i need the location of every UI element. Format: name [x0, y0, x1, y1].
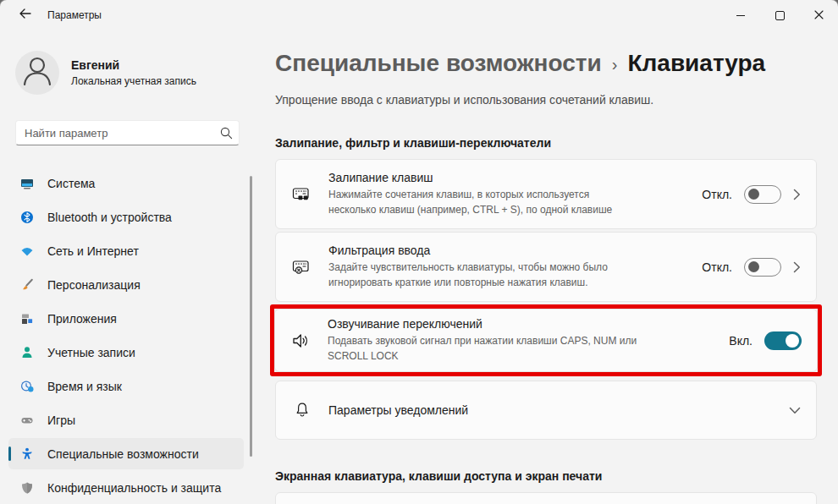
avatar	[15, 51, 59, 95]
toggle-knob	[748, 261, 759, 272]
card-description: Подавать звуковой сигнал при нажатии кла…	[328, 333, 717, 364]
card-toggle-keys-sound[interactable]: Озвучивание переключений Подавать звуков…	[274, 309, 818, 372]
titlebar: Параметры	[0, 0, 838, 30]
sidebar-item-label: Bluetooth и устройства	[47, 211, 172, 224]
accounts-icon	[20, 346, 34, 359]
sidebar-item-label: Конфиденциальность и защита	[47, 481, 221, 495]
sidebar-item-label: Система	[47, 177, 95, 190]
close-icon	[814, 8, 824, 23]
bluetooth-icon	[20, 211, 34, 224]
card-description: Задайте чувствительность клавиатуры, что…	[328, 260, 702, 290]
toggle-knob	[786, 334, 799, 348]
user-profile[interactable]: Евгений Локальная учетная запись	[15, 51, 196, 95]
minimize-button[interactable]	[721, 0, 760, 30]
network-icon	[20, 244, 34, 258]
chevron-right-icon	[793, 261, 801, 273]
card-notification-preferences[interactable]: Параметры уведомлений	[275, 381, 817, 440]
search-input[interactable]	[15, 120, 240, 145]
sidebar-item-bluetooth[interactable]: Bluetooth и устройства	[8, 201, 244, 233]
card-filter-keys[interactable]: Фильтрация ввода Задайте чувствительност…	[275, 232, 817, 302]
chevron-down-icon	[789, 407, 801, 414]
toggle-keys-sound-toggle[interactable]	[764, 331, 802, 350]
window-title: Параметры	[47, 9, 102, 21]
filter-keys-toggle[interactable]	[744, 258, 781, 277]
person-outline-icon	[15, 51, 59, 95]
card-onscreen-keyboard[interactable]: Экранная клавиатура	[275, 492, 817, 504]
breadcrumb: Специальные возможности › Клавиатура	[275, 46, 817, 80]
personalization-icon	[20, 278, 34, 292]
toggle-state-label: Вкл.	[729, 334, 753, 348]
breadcrumb-separator-icon: ›	[612, 46, 618, 80]
sidebar-item-personalization[interactable]: Персонализация	[8, 269, 244, 300]
sidebar-item-accessibility[interactable]: Специальные возможности	[8, 438, 244, 469]
sidebar-item-network[interactable]: Сеть и Интернет	[8, 235, 244, 266]
apps-icon	[20, 312, 34, 326]
toggle-state-label: Откл.	[702, 188, 732, 201]
sidebar-item-label: Специальные возможности	[47, 447, 199, 461]
profile-name: Евгений	[71, 58, 196, 72]
sidebar-item-time-language[interactable]: Время и язык	[8, 370, 244, 402]
close-button[interactable]	[799, 0, 838, 30]
back-arrow-icon	[19, 8, 31, 23]
sidebar-item-apps[interactable]: Приложения	[8, 303, 244, 334]
filter-keys-icon	[276, 257, 328, 277]
bell-icon	[276, 401, 328, 419]
chevron-right-icon	[793, 189, 801, 200]
sidebar-item-label: Время и язык	[47, 380, 122, 393]
sidebar-item-label: Персонализация	[47, 278, 141, 292]
section-heading-sticky-filter-toggle: Залипание, фильтр и клавиши-переключател…	[275, 136, 817, 150]
card-title: Параметры уведомлений	[328, 403, 789, 417]
accessibility-icon	[20, 447, 34, 461]
settings-window: Параметры Евгений Локальная учетная запи…	[0, 0, 838, 504]
gaming-icon	[20, 414, 34, 427]
privacy-icon	[20, 481, 34, 495]
profile-account-type: Локальная учетная запись	[71, 75, 196, 87]
speaker-icon	[275, 331, 328, 351]
minimize-icon	[736, 15, 745, 16]
card-title: Залипание клавиш	[328, 171, 702, 184]
sticky-keys-toggle[interactable]	[744, 185, 781, 204]
back-button[interactable]	[12, 3, 37, 27]
window-controls	[721, 0, 838, 30]
sidebar-item-privacy[interactable]: Конфиденциальность и защита	[8, 472, 244, 503]
sidebar-item-label: Учетные записи	[47, 346, 135, 359]
settings-cards: Залипание клавиш Нажимайте сочетания кла…	[275, 159, 817, 440]
breadcrumb-parent[interactable]: Специальные возможности	[275, 47, 602, 79]
card-title: Озвучивание переключений	[328, 317, 729, 331]
time-language-icon	[20, 380, 34, 393]
sticky-keys-icon	[276, 184, 328, 205]
card-title: Фильтрация ввода	[328, 244, 702, 257]
page-title: Клавиатура	[627, 47, 765, 79]
maximize-icon	[775, 11, 785, 20]
search-box	[15, 120, 240, 145]
toggle-state-label: Откл.	[702, 260, 732, 274]
sidebar-scrollbar[interactable]	[250, 176, 252, 457]
sidebar-item-label: Приложения	[47, 312, 117, 326]
system-icon	[20, 177, 34, 190]
sidebar-nav: Система Bluetooth и устройства Сеть и Ин…	[8, 167, 244, 504]
sidebar-item-accounts[interactable]: Учетные записи	[8, 337, 244, 368]
sidebar-item-label: Игры	[47, 414, 75, 427]
toggle-knob	[748, 189, 759, 200]
main-content: Специальные возможности › Клавиатура Упр…	[275, 46, 817, 504]
card-description: Нажимайте сочетания клавиш, в которых ис…	[328, 187, 702, 217]
section-heading-onscreen-keyboard: Экранная клавиатура, клавиши доступа и э…	[275, 469, 817, 483]
card-sticky-keys[interactable]: Залипание клавиш Нажимайте сочетания кла…	[275, 159, 817, 229]
sidebar-item-label: Сеть и Интернет	[47, 244, 139, 258]
sidebar-item-gaming[interactable]: Игры	[8, 404, 244, 436]
red-highlight-box: Озвучивание переключений Подавать звуков…	[270, 304, 822, 376]
sidebar-item-system[interactable]: Система	[8, 167, 244, 199]
page-subtitle: Упрощение ввода с клавиатуры и использов…	[275, 93, 817, 107]
maximize-button[interactable]	[760, 0, 799, 30]
search-icon[interactable]	[220, 127, 233, 143]
settings-cards-2: Экранная клавиатура	[275, 492, 817, 504]
